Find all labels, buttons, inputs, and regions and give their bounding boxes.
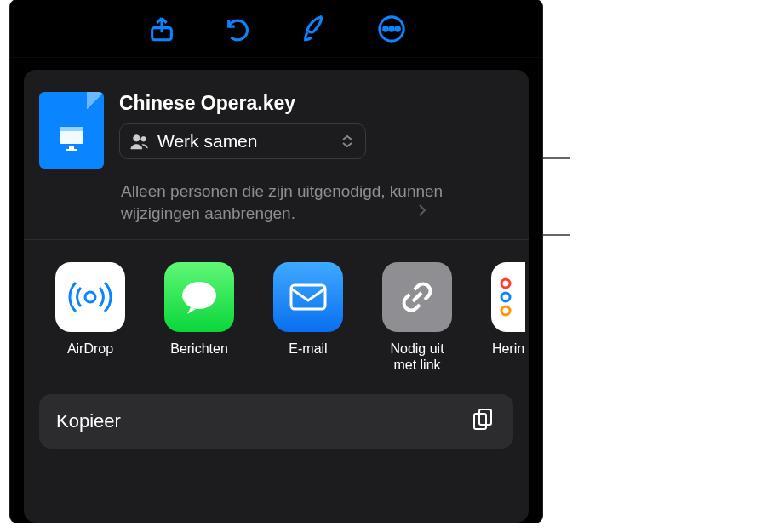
- collaborate-label: Werk samen: [157, 131, 331, 152]
- more-button[interactable]: [372, 9, 411, 49]
- copy-label: Kopieer: [56, 410, 121, 432]
- app-label: Nodig uit met link: [378, 340, 456, 373]
- toolbar: [10, 0, 542, 58]
- app-airdrop[interactable]: AirDrop: [51, 262, 129, 373]
- svg-point-10: [141, 137, 146, 142]
- svg-rect-6: [60, 127, 83, 131]
- svg-rect-7: [69, 146, 74, 149]
- format-brush-button[interactable]: [295, 9, 335, 49]
- device-frame: Chinese Opera.key Werk samen Alleen pers…: [10, 0, 542, 523]
- permissions-text: Alleen personen die zijn uitgenodigd, ku…: [121, 182, 443, 222]
- svg-point-15: [501, 293, 510, 301]
- svg-point-11: [85, 292, 95, 302]
- messages-icon: [164, 262, 234, 332]
- app-mail[interactable]: E-mail: [269, 262, 347, 373]
- undo-button[interactable]: [219, 9, 258, 49]
- people-icon: [130, 132, 149, 151]
- svg-point-2: [383, 26, 387, 31]
- permissions-row[interactable]: Alleen personen die zijn uitgenodigd, ku…: [24, 169, 529, 224]
- reminders-icon: [491, 262, 525, 332]
- app-label: Berichten: [170, 340, 228, 357]
- collaborate-dropdown[interactable]: Werk samen: [119, 123, 366, 159]
- app-messages[interactable]: Berichten: [160, 262, 238, 373]
- svg-point-14: [501, 279, 510, 288]
- svg-point-12: [182, 282, 216, 309]
- app-label: E-mail: [289, 340, 327, 357]
- copy-icon: [471, 407, 496, 436]
- svg-point-16: [501, 306, 510, 315]
- svg-point-9: [134, 135, 140, 141]
- document-thumbnail: [39, 92, 104, 169]
- share-button[interactable]: [142, 9, 181, 49]
- link-icon: [382, 262, 452, 332]
- app-invite-link[interactable]: Nodig uit met link: [378, 262, 456, 373]
- app-label: Herin: [487, 340, 529, 357]
- copy-action[interactable]: Kopieer: [39, 394, 513, 449]
- document-title: Chinese Opera.key: [119, 92, 513, 115]
- app-reminders[interactable]: Herin: [487, 262, 529, 373]
- updown-chevron-icon: [340, 134, 355, 149]
- mail-icon: [273, 262, 343, 332]
- share-apps-row: AirDrop Berichten E-mail Nodig uit met l…: [24, 240, 529, 373]
- app-label: AirDrop: [67, 340, 113, 357]
- airdrop-icon: [55, 262, 125, 332]
- svg-point-4: [395, 26, 399, 31]
- svg-rect-8: [66, 149, 77, 151]
- chevron-right-icon: [418, 201, 426, 223]
- svg-point-3: [389, 26, 393, 31]
- share-sheet: Chinese Opera.key Werk samen Alleen pers…: [24, 70, 529, 523]
- svg-rect-13: [291, 285, 325, 309]
